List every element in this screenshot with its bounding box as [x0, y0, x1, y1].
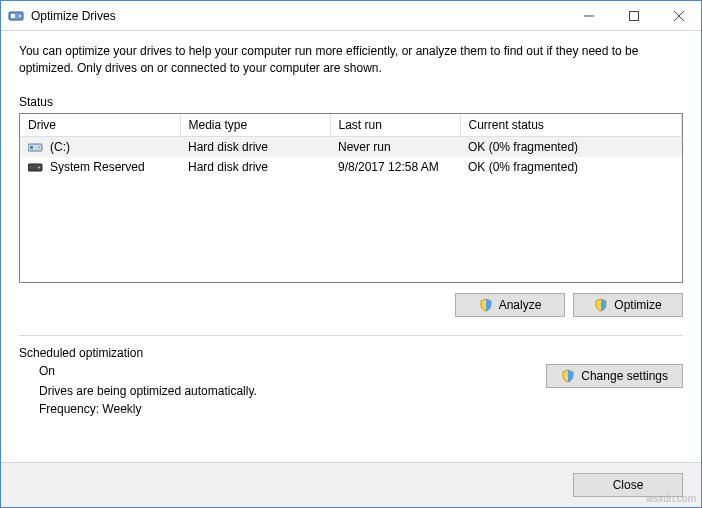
scheduled-text: On Drives are being optimized automatica…	[19, 364, 546, 420]
watermark: wsxdn.com	[646, 493, 696, 504]
app-icon	[1, 8, 31, 24]
shield-icon	[594, 298, 608, 312]
close-window-button[interactable]	[656, 1, 701, 30]
col-lastrun[interactable]: Last run	[330, 114, 460, 137]
analyze-button[interactable]: Analyze	[455, 293, 565, 317]
shield-icon	[479, 298, 493, 312]
col-status[interactable]: Current status	[460, 114, 682, 137]
window-title: Optimize Drives	[31, 9, 566, 23]
svg-rect-4	[629, 11, 638, 20]
analyze-label: Analyze	[499, 298, 542, 312]
svg-rect-8	[30, 146, 33, 149]
drive-name: System Reserved	[50, 160, 145, 174]
scheduled-line1: Drives are being optimized automatically…	[39, 384, 546, 398]
col-media[interactable]: Media type	[180, 114, 330, 137]
col-drive[interactable]: Drive	[20, 114, 180, 137]
drive-lastrun: 9/8/2017 12:58 AM	[330, 157, 460, 177]
svg-point-11	[38, 166, 40, 168]
table-row[interactable]: System Reserved Hard disk drive 9/8/2017…	[20, 157, 682, 177]
description-text: You can optimize your drives to help you…	[19, 43, 683, 77]
status-label: Status	[19, 95, 683, 109]
close-label: Close	[613, 478, 644, 492]
action-buttons: Analyze Optimize	[19, 293, 683, 317]
shield-icon	[561, 369, 575, 383]
change-settings-label: Change settings	[581, 369, 668, 383]
divider	[19, 335, 683, 336]
drive-icon	[28, 141, 44, 153]
table-row[interactable]: (C:) Hard disk drive Never run OK (0% fr…	[20, 136, 682, 157]
content-area: You can optimize your drives to help you…	[1, 31, 701, 462]
titlebar: Optimize Drives	[1, 1, 701, 31]
drive-lastrun: Never run	[330, 136, 460, 157]
footer: Close	[1, 462, 701, 507]
svg-point-2	[19, 15, 21, 17]
scheduled-label: Scheduled optimization	[19, 346, 683, 360]
maximize-button[interactable]	[611, 1, 656, 30]
drive-icon	[28, 161, 44, 173]
scheduled-state: On	[39, 364, 546, 378]
scheduled-row: On Drives are being optimized automatica…	[19, 364, 683, 420]
scheduled-line2: Frequency: Weekly	[39, 402, 546, 416]
table-header-row: Drive Media type Last run Current status	[20, 114, 682, 137]
optimize-button[interactable]: Optimize	[573, 293, 683, 317]
drive-status: OK (0% fragmented)	[460, 157, 682, 177]
drive-media: Hard disk drive	[180, 157, 330, 177]
drive-media: Hard disk drive	[180, 136, 330, 157]
drives-table: Drive Media type Last run Current status…	[19, 113, 683, 283]
drive-name: (C:)	[50, 140, 70, 154]
svg-rect-1	[11, 14, 15, 18]
change-settings-button[interactable]: Change settings	[546, 364, 683, 388]
drive-status: OK (0% fragmented)	[460, 136, 682, 157]
svg-point-9	[38, 146, 40, 148]
optimize-label: Optimize	[614, 298, 661, 312]
minimize-button[interactable]	[566, 1, 611, 30]
